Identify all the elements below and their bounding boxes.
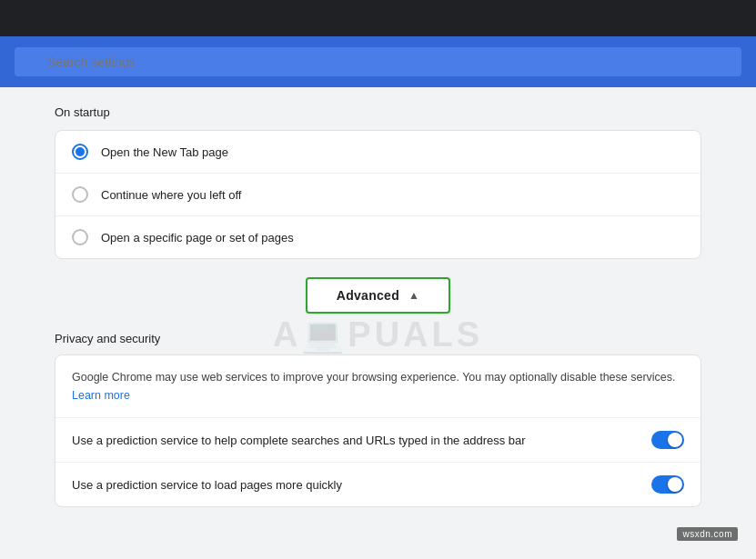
privacy-row-2: Use a prediction service to load pages m…	[72, 475, 684, 494]
privacy-toggle-item-1: Use a prediction service to help complet…	[55, 418, 701, 463]
startup-option-2[interactable]: Continue where you left off	[55, 174, 701, 216]
startup-options-card: Open the New Tab page Continue where you…	[55, 130, 701, 259]
advanced-button-label: Advanced	[337, 288, 399, 303]
privacy-row-1: Use a prediction service to help complet…	[72, 431, 684, 449]
privacy-toggle-1-label: Use a prediction service to help complet…	[72, 434, 651, 447]
radio-circle-1	[72, 144, 88, 160]
startup-option-1-label: Open the New Tab page	[101, 145, 228, 159]
privacy-card: Google Chrome may use web services to im…	[55, 354, 701, 507]
search-bar-area: ⚲	[0, 36, 756, 87]
startup-option-3[interactable]: Open a specific page or set of pages	[55, 216, 701, 258]
radio-circle-2	[72, 186, 88, 203]
learn-more-link[interactable]: Learn more	[72, 389, 130, 402]
startup-option-3-label: Open a specific page or set of pages	[101, 231, 294, 245]
search-input[interactable]	[15, 47, 741, 76]
privacy-intro-text: Google Chrome may use web services to im…	[72, 371, 676, 384]
startup-option-1[interactable]: Open the New Tab page	[55, 131, 701, 174]
wsxdn-watermark: wsxdn.com	[677, 527, 738, 541]
title-bar	[0, 0, 756, 36]
privacy-toggle-2[interactable]	[651, 475, 684, 494]
privacy-toggle-2-label: Use a prediction service to load pages m…	[72, 478, 651, 492]
search-bar-wrapper: ⚲	[15, 47, 741, 76]
privacy-toggle-1[interactable]	[651, 431, 684, 449]
advanced-button-wrapper: Advanced ▲	[55, 277, 701, 314]
privacy-section-title: Privacy and security	[55, 332, 701, 345]
radio-circle-3	[72, 229, 88, 245]
advanced-button[interactable]: Advanced ▲	[306, 277, 451, 314]
chevron-up-icon: ▲	[408, 289, 419, 302]
main-content: On startup Open the New Tab page Continu…	[0, 87, 756, 525]
startup-option-2-label: Continue where you left off	[101, 188, 241, 202]
privacy-intro-item: Google Chrome may use web services to im…	[55, 355, 701, 418]
privacy-toggle-item-2: Use a prediction service to load pages m…	[55, 463, 701, 506]
on-startup-section-title: On startup	[55, 105, 701, 119]
